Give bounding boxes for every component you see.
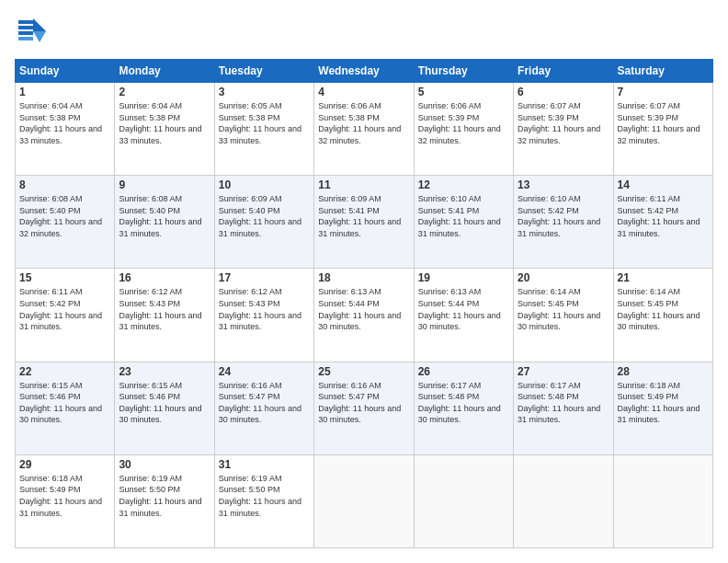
day-info: Sunrise: 6:12 AMSunset: 5:43 PMDaylight:… bbox=[119, 287, 201, 331]
day-number: 24 bbox=[219, 365, 310, 378]
calendar-cell: 26Sunrise: 6:17 AMSunset: 5:48 PMDayligh… bbox=[414, 362, 513, 454]
calendar-cell: 30Sunrise: 6:19 AMSunset: 5:50 PMDayligh… bbox=[115, 454, 214, 547]
svg-rect-4 bbox=[18, 26, 33, 29]
calendar-cell: 21Sunrise: 6:14 AMSunset: 5:45 PMDayligh… bbox=[613, 269, 712, 362]
calendar-cell bbox=[314, 454, 414, 547]
day-info: Sunrise: 6:17 AMSunset: 5:48 PMDaylight:… bbox=[418, 381, 501, 425]
weekday-header-wednesday: Wednesday bbox=[314, 60, 414, 83]
day-number: 7 bbox=[618, 86, 709, 98]
day-number: 18 bbox=[318, 271, 409, 284]
calendar-cell: 16Sunrise: 6:12 AMSunset: 5:43 PMDayligh… bbox=[115, 269, 214, 362]
day-info: Sunrise: 6:16 AMSunset: 5:47 PMDaylight:… bbox=[318, 381, 401, 425]
calendar-cell: 31Sunrise: 6:19 AMSunset: 5:50 PMDayligh… bbox=[214, 454, 313, 547]
day-number: 30 bbox=[119, 458, 210, 471]
day-number: 4 bbox=[318, 86, 409, 98]
day-info: Sunrise: 6:11 AMSunset: 5:42 PMDaylight:… bbox=[19, 287, 102, 331]
calendar-cell: 11Sunrise: 6:09 AMSunset: 5:41 PMDayligh… bbox=[314, 176, 414, 269]
calendar-cell: 19Sunrise: 6:13 AMSunset: 5:44 PMDayligh… bbox=[414, 269, 513, 362]
day-info: Sunrise: 6:04 AMSunset: 5:38 PMDaylight:… bbox=[119, 101, 201, 145]
day-info: Sunrise: 6:04 AMSunset: 5:38 PMDaylight:… bbox=[19, 101, 102, 145]
day-number: 26 bbox=[418, 365, 509, 378]
day-info: Sunrise: 6:08 AMSunset: 5:40 PMDaylight:… bbox=[119, 194, 201, 238]
calendar-table: SundayMondayTuesdayWednesdayThursdayFrid… bbox=[15, 59, 713, 548]
day-number: 11 bbox=[318, 178, 409, 191]
weekday-header-friday: Friday bbox=[514, 60, 613, 83]
logo-icon bbox=[15, 15, 50, 50]
day-info: Sunrise: 6:09 AMSunset: 5:40 PMDaylight:… bbox=[219, 194, 301, 238]
day-number: 10 bbox=[219, 178, 310, 191]
day-number: 3 bbox=[219, 86, 310, 98]
calendar-cell: 18Sunrise: 6:13 AMSunset: 5:44 PMDayligh… bbox=[314, 269, 414, 362]
day-info: Sunrise: 6:14 AMSunset: 5:45 PMDaylight:… bbox=[518, 287, 600, 331]
day-info: Sunrise: 6:07 AMSunset: 5:39 PMDaylight:… bbox=[618, 101, 700, 145]
day-info: Sunrise: 6:06 AMSunset: 5:39 PMDaylight:… bbox=[418, 101, 501, 145]
calendar-cell: 24Sunrise: 6:16 AMSunset: 5:47 PMDayligh… bbox=[214, 362, 313, 454]
day-info: Sunrise: 6:15 AMSunset: 5:46 PMDaylight:… bbox=[19, 381, 102, 425]
week-row-3: 15Sunrise: 6:11 AMSunset: 5:42 PMDayligh… bbox=[16, 269, 713, 362]
calendar-cell: 10Sunrise: 6:09 AMSunset: 5:40 PMDayligh… bbox=[214, 176, 313, 269]
day-number: 16 bbox=[119, 271, 210, 284]
day-info: Sunrise: 6:13 AMSunset: 5:44 PMDaylight:… bbox=[418, 287, 501, 331]
calendar-cell: 2Sunrise: 6:04 AMSunset: 5:38 PMDaylight… bbox=[115, 83, 214, 176]
logo bbox=[15, 15, 51, 50]
day-info: Sunrise: 6:15 AMSunset: 5:46 PMDaylight:… bbox=[119, 381, 201, 425]
day-number: 20 bbox=[518, 271, 609, 284]
weekday-header-saturday: Saturday bbox=[613, 60, 712, 83]
weekday-header-tuesday: Tuesday bbox=[214, 60, 313, 83]
calendar-cell: 27Sunrise: 6:17 AMSunset: 5:48 PMDayligh… bbox=[514, 362, 613, 454]
day-info: Sunrise: 6:19 AMSunset: 5:50 PMDaylight:… bbox=[219, 474, 301, 518]
day-number: 8 bbox=[19, 178, 110, 191]
day-number: 23 bbox=[119, 365, 210, 378]
day-number: 25 bbox=[318, 365, 409, 378]
day-info: Sunrise: 6:19 AMSunset: 5:50 PMDaylight:… bbox=[119, 474, 201, 518]
day-number: 6 bbox=[518, 86, 609, 98]
calendar-cell: 4Sunrise: 6:06 AMSunset: 5:38 PMDaylight… bbox=[314, 83, 414, 176]
day-number: 2 bbox=[119, 86, 210, 98]
calendar-cell bbox=[414, 454, 513, 547]
calendar-cell: 7Sunrise: 6:07 AMSunset: 5:39 PMDaylight… bbox=[613, 83, 712, 176]
day-number: 1 bbox=[19, 86, 110, 98]
day-info: Sunrise: 6:18 AMSunset: 5:49 PMDaylight:… bbox=[19, 474, 102, 518]
day-info: Sunrise: 6:10 AMSunset: 5:42 PMDaylight:… bbox=[518, 194, 600, 238]
day-info: Sunrise: 6:11 AMSunset: 5:42 PMDaylight:… bbox=[618, 194, 700, 238]
calendar-cell: 3Sunrise: 6:05 AMSunset: 5:38 PMDaylight… bbox=[214, 83, 313, 176]
weekday-header-row: SundayMondayTuesdayWednesdayThursdayFrid… bbox=[16, 60, 713, 83]
week-row-4: 22Sunrise: 6:15 AMSunset: 5:46 PMDayligh… bbox=[16, 362, 713, 454]
weekday-header-thursday: Thursday bbox=[414, 60, 513, 83]
day-number: 27 bbox=[518, 365, 609, 378]
svg-rect-3 bbox=[18, 20, 33, 24]
calendar-cell: 9Sunrise: 6:08 AMSunset: 5:40 PMDaylight… bbox=[115, 176, 214, 269]
day-number: 9 bbox=[119, 178, 210, 191]
day-number: 29 bbox=[19, 458, 110, 471]
calendar-cell: 28Sunrise: 6:18 AMSunset: 5:49 PMDayligh… bbox=[613, 362, 712, 454]
calendar-cell: 14Sunrise: 6:11 AMSunset: 5:42 PMDayligh… bbox=[613, 176, 712, 269]
week-row-1: 1Sunrise: 6:04 AMSunset: 5:38 PMDaylight… bbox=[16, 83, 713, 176]
day-info: Sunrise: 6:06 AMSunset: 5:38 PMDaylight:… bbox=[318, 101, 401, 145]
svg-rect-5 bbox=[18, 31, 33, 35]
calendar-cell: 20Sunrise: 6:14 AMSunset: 5:45 PMDayligh… bbox=[514, 269, 613, 362]
calendar-cell bbox=[613, 454, 712, 547]
calendar-cell: 23Sunrise: 6:15 AMSunset: 5:46 PMDayligh… bbox=[115, 362, 214, 454]
calendar-cell: 12Sunrise: 6:10 AMSunset: 5:41 PMDayligh… bbox=[414, 176, 513, 269]
calendar-cell: 5Sunrise: 6:06 AMSunset: 5:39 PMDaylight… bbox=[414, 83, 513, 176]
day-number: 17 bbox=[219, 271, 310, 284]
day-number: 22 bbox=[19, 365, 110, 378]
calendar-cell: 15Sunrise: 6:11 AMSunset: 5:42 PMDayligh… bbox=[16, 269, 115, 362]
header bbox=[15, 15, 713, 50]
day-info: Sunrise: 6:10 AMSunset: 5:41 PMDaylight:… bbox=[418, 194, 501, 238]
calendar-cell: 8Sunrise: 6:08 AMSunset: 5:40 PMDaylight… bbox=[16, 176, 115, 269]
day-number: 19 bbox=[418, 271, 509, 284]
page: SundayMondayTuesdayWednesdayThursdayFrid… bbox=[0, 0, 728, 563]
day-info: Sunrise: 6:18 AMSunset: 5:49 PMDaylight:… bbox=[618, 381, 700, 425]
calendar-cell bbox=[514, 454, 613, 547]
weekday-header-monday: Monday bbox=[115, 60, 214, 83]
week-row-2: 8Sunrise: 6:08 AMSunset: 5:40 PMDaylight… bbox=[16, 176, 713, 269]
day-info: Sunrise: 6:14 AMSunset: 5:45 PMDaylight:… bbox=[618, 287, 700, 331]
calendar-cell: 1Sunrise: 6:04 AMSunset: 5:38 PMDaylight… bbox=[16, 83, 115, 176]
calendar-cell: 6Sunrise: 6:07 AMSunset: 5:39 PMDaylight… bbox=[514, 83, 613, 176]
day-number: 28 bbox=[618, 365, 709, 378]
day-info: Sunrise: 6:16 AMSunset: 5:47 PMDaylight:… bbox=[219, 381, 301, 425]
calendar-cell: 13Sunrise: 6:10 AMSunset: 5:42 PMDayligh… bbox=[514, 176, 613, 269]
day-number: 12 bbox=[418, 178, 509, 191]
day-info: Sunrise: 6:13 AMSunset: 5:44 PMDaylight:… bbox=[318, 287, 401, 331]
